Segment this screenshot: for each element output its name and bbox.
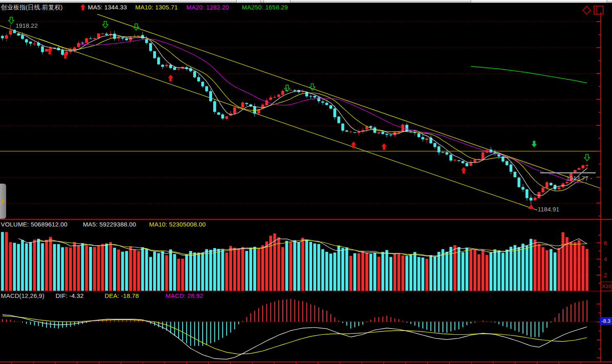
volume-axis-label-4: 4	[604, 256, 612, 262]
ma10-value: MA10: 1305.71	[135, 4, 178, 11]
axes-layer	[0, 12, 612, 364]
macd-value: MACD: 28.92	[165, 292, 203, 299]
svg-text:1313.77 -: 1313.77 -	[566, 175, 592, 182]
volume-ma10-value: MA10: 52305008.00	[149, 221, 206, 228]
macd-layer	[2, 299, 587, 359]
volume-ma5-value: MA5: 59229388.00	[83, 221, 136, 228]
ma20-value: MA20: 1282.20	[186, 4, 229, 11]
volume-layer	[1, 232, 589, 291]
dea-value: DEA: -18.78	[105, 292, 139, 299]
trading-terminal: 创业板指(日线.前复权) MA5: 1344.33 MA10: 1305.71 …	[0, 0, 612, 364]
chart-corner-tools	[582, 5, 606, 18]
kline-chart-canvas[interactable]: 1918.221184.911313.77 -	[0, 0, 612, 364]
svg-text:1184.91: 1184.91	[538, 206, 559, 213]
instrument-title: 创业板指(日线.前复权)	[1, 4, 63, 11]
panel-expand-handle[interactable]	[0, 184, 6, 219]
ma-lines-layer	[18, 35, 587, 196]
trendline-layer	[0, 14, 601, 210]
red-up-arrow-icon	[80, 4, 86, 12]
volume-axis-label-2: 2	[604, 272, 612, 277]
window-split-icon[interactable]	[594, 6, 603, 14]
signal-markers-layer	[9, 17, 590, 173]
macd-zero-badge: -8.3	[600, 317, 612, 325]
annotations-layer: 1918.221184.911313.77 -	[16, 22, 596, 213]
dif-value: DIF: -4.32	[56, 292, 84, 299]
volume-value: VOLUME: 50689612.00	[1, 221, 67, 228]
candles-layer	[1, 24, 589, 204]
volume-unit-label: X10	[601, 282, 612, 291]
ma250-value: MA250: 1658.29	[242, 4, 288, 11]
expand-arrow-icon	[1, 198, 5, 204]
svg-text:1918.22: 1918.22	[16, 22, 38, 29]
ma5-value: MA5: 1344.33	[88, 4, 127, 11]
macd-indicator-name: MACD(12,26,9)	[1, 292, 45, 299]
volume-axis-label-6: 6	[604, 240, 612, 246]
diamond-icon[interactable]	[583, 6, 590, 14]
